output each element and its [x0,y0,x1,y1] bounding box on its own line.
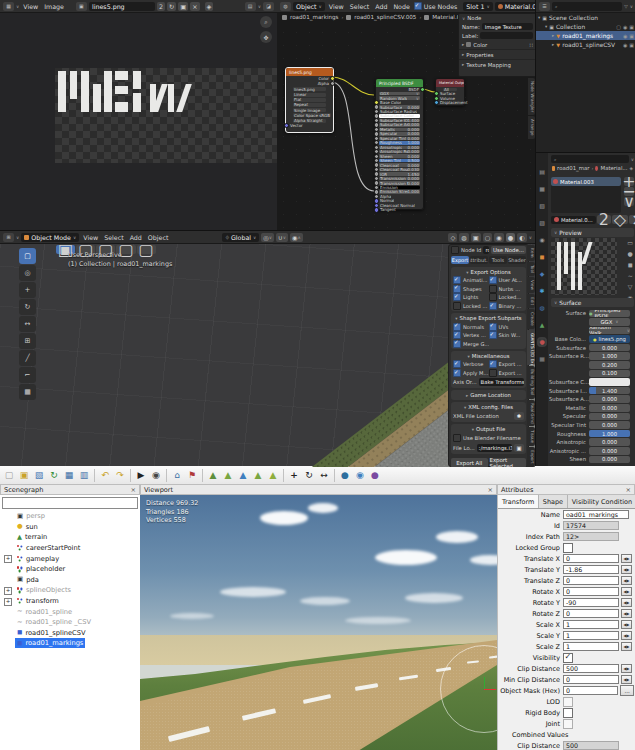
open-file-button[interactable]: ▣ [17,468,31,482]
sidebar-section-node[interactable]: Node [467,15,481,21]
properties-search-input[interactable]: ⌕ [551,155,629,163]
sidebar-tab-arrange[interactable]: Arrange [528,116,535,139]
preview-section[interactable]: Preview [559,230,582,236]
checkbox[interactable] [489,302,497,310]
material-prop-anisotropic[interactable]: Anisotropic0.000 [549,438,635,447]
transform-tool[interactable]: ⊞ [19,333,36,349]
terrain-detail-button[interactable]: ▲ [266,468,280,482]
shading-wireframe-icon[interactable]: ○ [483,233,493,242]
checkbox[interactable] [453,302,461,310]
outliner-item-road01_markings[interactable]: ▸▼road01_markings◉▣ [536,31,635,40]
slot-dropdown[interactable]: Slot 1∨ [463,2,492,11]
scenegraph-item-gameplay[interactable]: +gameplay [0,553,140,564]
tab-scene-icon[interactable]: ◉ [539,237,544,243]
editor-type-icon[interactable]: ⊞ [3,233,14,242]
use-blender-filename-checkbox[interactable] [453,434,461,442]
gear-icon[interactable]: ✱ [514,412,524,420]
editor-type-icon[interactable]: ☰ [539,2,550,11]
expand-icon[interactable]: ▸ [552,42,554,47]
tab-viewlayer-icon[interactable]: ▨ [539,220,545,226]
expand-icon[interactable]: ▾ [538,15,540,20]
close-icon[interactable]: × [626,486,631,494]
material-name-field[interactable]: Material.003 [495,2,536,11]
slot-specials-button[interactable]: ∨ [624,197,634,206]
checkbox[interactable] [489,369,497,377]
preview-cloth-icon[interactable]: ▽ [628,283,633,290]
zoom-icon[interactable]: ⌕ [260,16,272,28]
export-opt-export-[interactable]: Export ... [489,369,525,378]
mode-dropdown[interactable]: Object Mode∨ [21,233,79,242]
export-opt-skin-w-[interactable]: Skin W... [489,331,525,340]
material-prop-roughness[interactable]: Roughness1.000 [549,429,635,438]
export-opt-user-at-[interactable]: User At... [489,276,525,285]
scenegraph-search-input[interactable] [2,497,138,509]
spinner-buttons[interactable]: ◀▶ [621,576,632,585]
color-section[interactable]: Color [473,42,487,48]
preview-plane-icon[interactable]: ▭ [627,239,633,246]
attr-field-scale-x[interactable]: 1 [563,620,619,629]
image-name-field[interactable]: lines5.png [89,2,155,11]
menu-node[interactable]: Node [391,3,411,10]
sidebar-tab-view[interactable]: View [527,277,535,293]
preview-cube-icon[interactable]: ◼ [628,261,633,268]
export-tab-shader[interactable]: Shader [508,256,526,264]
paint-mode-button[interactable]: ⚑ [185,468,199,482]
preview-sphere-icon[interactable]: ● [628,250,633,257]
attr-field-translate-x[interactable]: 0 [563,554,619,563]
refresh-icon[interactable]: ↻ [167,2,176,11]
checkbox[interactable] [489,331,497,339]
export-opt-verbose[interactable]: Verbose [453,360,489,369]
attr-tab-transform[interactable]: Transform [498,495,539,508]
checkbox[interactable] [453,323,461,331]
export-opt-animati-[interactable]: Animati... [453,276,489,285]
node-title[interactable]: Material Output [436,79,464,87]
spinner-buttons[interactable]: ◀▶ [621,587,632,596]
attr-tab-shape[interactable]: Shape [539,495,568,508]
expand-icon[interactable]: + [4,555,12,563]
material-prop-sheen[interactable]: Sheen0.000 [549,455,635,464]
texture-mapping-section[interactable]: Texture Mapping [466,62,511,68]
attr-field-rotate-x[interactable]: 0 [563,587,619,596]
material-prop-base-colo-[interactable]: Base Colo...●lines5.png [549,335,635,344]
use-nodes-checkbox[interactable] [414,2,422,10]
breadcrumb-item[interactable]: road01_markings [290,14,338,20]
rotate-tool-button[interactable]: ↻ [302,468,316,482]
tab-modifiers-icon[interactable]: ◆ [540,271,545,277]
attr-field-min-clip-distance[interactable]: 0 [563,675,619,684]
visibility-button[interactable]: ◉ [149,468,163,482]
undo-button[interactable]: ↶ [98,468,112,482]
checkbox[interactable] [453,340,461,348]
material-prop-subsurface-i-[interactable]: Subsurface I...1.400 [549,386,635,395]
editor-type-icon[interactable]: ◍ [280,2,291,11]
spinner-buttons[interactable]: ◀▶ [621,565,632,574]
expand-icon[interactable]: ▸ [552,33,554,38]
material-prop-specular[interactable]: Specular0.000 [549,412,635,421]
tab-texture-icon[interactable]: ▦ [539,356,545,362]
scenegraph-item-terrain[interactable]: ▲terrain [0,532,140,543]
editor-type-icon[interactable]: ▦ [3,2,14,11]
checkbox[interactable] [489,285,497,293]
tab-tool-icon[interactable]: ▤ [539,169,545,175]
breadcrumb-material[interactable]: Material... [600,165,627,171]
menu-view[interactable]: View [81,234,100,241]
folder-icon[interactable]: ▣ [514,444,524,452]
attr-field-translate-z[interactable]: 0 [563,576,619,585]
material-prop-subsurface-r-[interactable]: Subsurface R...1.000 [549,352,635,361]
checkbox-lod[interactable] [563,697,573,707]
select-box-tool[interactable]: ▢ [19,248,36,264]
material-prop-specular-tint[interactable]: Specular Tint0.000 [549,421,635,430]
datablock-users-badge[interactable]: 2 [597,215,611,224]
menu-view[interactable]: View [327,3,346,10]
tab-physics-icon[interactable]: ◍ [539,305,544,311]
home-button[interactable]: ⌂ [170,468,184,482]
attr-tab-visibility-condition[interactable]: Visibility Condition [568,495,635,508]
principled-bsdf-node[interactable]: Principled BSDF BSDF GGX∨Random Walk∨Bas… [375,78,424,210]
export-opt-vertex-[interactable]: Vertex ... [453,331,489,340]
spinner-buttons[interactable]: ◀▶ [621,554,632,563]
image-display-icon[interactable]: ▤ [245,2,256,11]
axis-dropdown[interactable]: Bake Transforms∨ [479,378,524,386]
debug-mode-button[interactable]: ● [368,468,382,482]
preview-hair-icon[interactable]: ~ [628,272,633,279]
checkbox[interactable] [489,323,497,331]
outliner-search-input[interactable]: ⌕ [552,2,622,11]
